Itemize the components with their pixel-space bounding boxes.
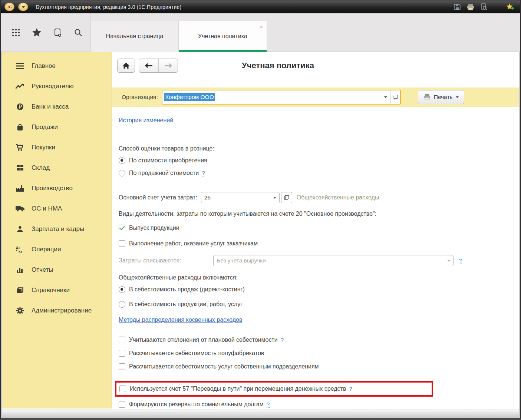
sidebar-item-zarplata-i-kadry[interactable]: Зарплата и кадры <box>2 219 112 239</box>
choose-icon <box>284 195 289 200</box>
organization-choose-button[interactable] <box>390 90 400 104</box>
checkbox[interactable] <box>119 350 125 357</box>
sidebar-item-administrirovanie[interactable]: Администрирование <box>2 300 112 321</box>
print-button[interactable]: Печать <box>418 90 464 104</box>
writeoff-combo: Без учета выручки <box>213 255 454 266</box>
ruble-icon <box>14 103 26 110</box>
sidebar: Главное Руководителю Банк и касса Продаж… <box>2 52 112 409</box>
factory-icon <box>14 185 26 192</box>
search-icon[interactable] <box>73 27 84 38</box>
sidebar-item-operacii[interactable]: ДтКт Операции <box>2 239 112 259</box>
checkbox-account-57-transfers[interactable]: Используется счет 57 "Переводы в пути" п… <box>119 386 352 392</box>
sidebar-item-os-i-nma[interactable]: ОС и НМА <box>2 198 112 219</box>
menu-grid-icon[interactable] <box>10 27 22 38</box>
tab-home-page[interactable]: Начальная страница <box>91 21 179 52</box>
back-arrow-icon <box>145 63 153 68</box>
checkbox[interactable] <box>119 401 125 408</box>
help-link[interactable]: ? <box>459 257 462 264</box>
cost-account-combo[interactable]: 26 <box>201 192 280 203</box>
cost-account-dropdown-button[interactable] <box>270 192 279 203</box>
checkbox-own-departments-services[interactable]: Рассчитывается себестоимость услуг собст… <box>119 363 319 370</box>
bag-icon <box>14 123 26 131</box>
sidebar-item-proizvodstvo[interactable]: Производство <box>2 178 112 198</box>
cost-account-label: Основной счет учета затрат: <box>119 194 197 201</box>
history-icon[interactable] <box>52 27 63 38</box>
checkbox-product-output[interactable]: Выпуск продукции <box>119 225 179 231</box>
truck-icon <box>14 205 26 212</box>
1c-logo-button[interactable]: 1С <box>4 3 14 11</box>
organization-dropdown-button[interactable] <box>381 90 390 104</box>
save-icon[interactable] <box>453 3 461 11</box>
radio-direct-costing[interactable]: В себестоимость продаж (директ-костинг) <box>119 286 245 293</box>
sidebar-item-pokupki[interactable]: Покупки <box>2 137 112 158</box>
radio-cost-of-production[interactable]: В себестоимость продукции, работ, услуг <box>119 301 243 308</box>
radio-button[interactable] <box>119 286 125 293</box>
checkbox-doubtful-debts-reserves[interactable]: Формируются резервы по сомнительным долг… <box>119 401 270 408</box>
status-bar <box>2 410 519 418</box>
favorites-icon[interactable] <box>31 27 42 38</box>
help-link[interactable]: ? <box>349 386 352 392</box>
forward-button[interactable] <box>158 59 178 72</box>
cart-icon <box>14 144 26 151</box>
window-title: Бухгалтерия предприятия, редакция 3.0 (1… <box>36 4 181 10</box>
checkbox[interactable] <box>119 225 125 231</box>
radio-button[interactable] <box>119 301 125 308</box>
1c-logo-icon: 1С <box>7 5 12 9</box>
history-changes-link[interactable]: История изменений <box>119 117 173 124</box>
organization-field[interactable]: Конфетпром ООО <box>162 90 401 105</box>
printer-icon <box>423 94 431 100</box>
back-button[interactable] <box>139 59 158 72</box>
page-title: Учетная политика <box>242 61 314 70</box>
titlebar-separator <box>32 3 32 11</box>
radio-sale-value[interactable]: По продажной стоимости ? <box>119 170 205 176</box>
checkbox[interactable] <box>119 386 126 392</box>
checkbox[interactable] <box>119 363 125 370</box>
chevron-down-icon <box>447 260 450 262</box>
print-icon[interactable] <box>466 3 475 11</box>
close-icon[interactable]: × <box>260 24 263 30</box>
sidebar-item-glavnoe[interactable]: Главное <box>2 56 112 76</box>
sidebar-item-bank-i-kassa[interactable]: Банк и касса <box>2 96 112 117</box>
overhead-label: Общехозяйственные расходы включаются: <box>119 274 238 281</box>
nav-history-buttons <box>139 59 178 73</box>
sidebar-item-prodazhi[interactable]: Продажи <box>2 117 112 137</box>
tab-band: Начальная страница Учетная политика × <box>1 13 520 52</box>
checkbox[interactable] <box>119 240 125 247</box>
checkbox-plan-cost-deviations[interactable]: Учитываются отклонения от плановой себес… <box>119 337 284 343</box>
favorites-star-icon[interactable] <box>506 3 514 11</box>
retail-valuation-label: Способ оценки товаров в рознице: <box>119 145 214 152</box>
dtkt-icon: ДтКт <box>14 245 26 254</box>
organization-value[interactable]: Конфетпром ООО <box>164 93 215 101</box>
main-menu-button[interactable] <box>18 3 28 11</box>
checkbox-semifinished-cost[interactable]: Рассчитывается себестоимость полуфабрика… <box>119 350 264 357</box>
cost-account-row: Основной счет учета затрат: 26 Общехозяй… <box>119 192 379 203</box>
sidebar-item-sklad[interactable]: Склад <box>2 158 112 178</box>
titlebar-separator-2 <box>497 3 497 11</box>
help-link[interactable]: ? <box>281 337 284 343</box>
checkbox[interactable] <box>119 337 125 343</box>
application-window: 1С Бухгалтерия предприятия, редакция 3.0… <box>0 0 521 420</box>
radio-button[interactable] <box>119 157 125 164</box>
radio-button[interactable] <box>119 170 125 176</box>
pallet-icon <box>14 165 26 171</box>
radio-cost-of-acquisition[interactable]: По стоимости приобретения <box>119 157 207 164</box>
checkbox-works-services[interactable]: Выполнение работ, оказание услуг заказчи… <box>119 240 258 247</box>
quick-toolbar <box>1 13 91 52</box>
help-link[interactable]: ? <box>267 401 270 408</box>
chevron-down-icon <box>456 96 459 98</box>
home-button[interactable] <box>117 59 135 73</box>
help-link[interactable]: ? <box>202 170 205 176</box>
indirect-cost-methods-link[interactable]: Методы распределения косвенных расходов <box>119 317 242 323</box>
sidebar-item-otchety[interactable]: Отчеты <box>2 259 112 280</box>
writeoff-dropdown-button <box>444 255 453 266</box>
chevron-down-icon <box>22 6 25 8</box>
cost-account-value[interactable]: 26 <box>201 192 270 203</box>
svg-text:Кт: Кт <box>19 250 22 254</box>
cost-account-choose-button[interactable] <box>281 192 292 203</box>
menu-icon <box>14 63 26 69</box>
sidebar-item-rukovoditelyu[interactable]: Руководителю <box>2 76 112 96</box>
tab-accounting-policy[interactable]: Учетная политика × <box>179 21 267 52</box>
sidebar-item-spravochniki[interactable]: Справочники <box>2 280 112 300</box>
preview-icon[interactable] <box>480 3 488 11</box>
highlight-box: Используется счет 57 "Переводы в пути" п… <box>115 381 433 397</box>
